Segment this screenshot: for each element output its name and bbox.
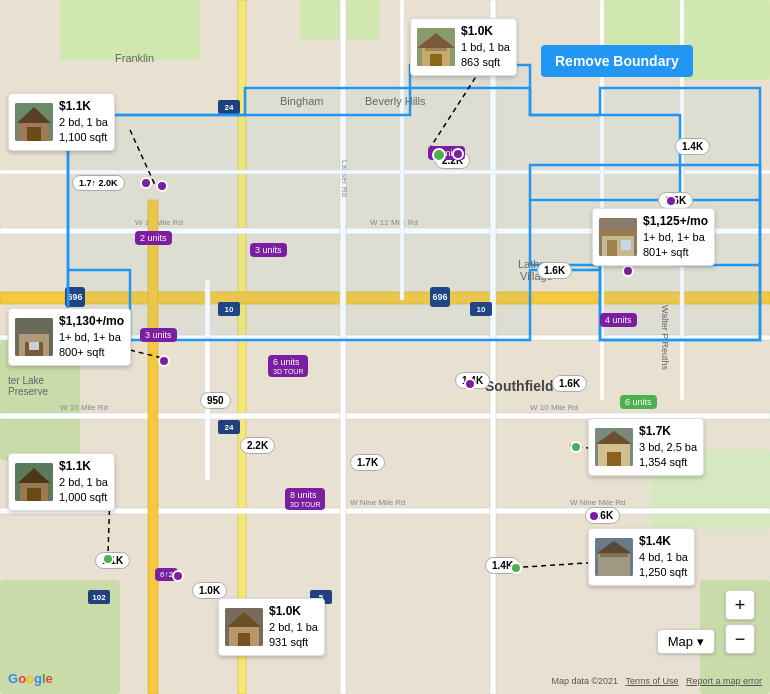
property-info-6: $1.1K 2 bd, 1 ba 1,000 sqft — [59, 458, 108, 506]
area-label-bingham: Bingham — [280, 95, 323, 107]
svg-rect-5 — [600, 0, 680, 50]
svg-rect-66 — [621, 240, 631, 250]
svg-rect-3 — [680, 0, 770, 80]
unit-marker-8units[interactable]: 8 units 3D TOUR — [285, 488, 325, 510]
svg-rect-67 — [599, 230, 637, 236]
svg-text:10: 10 — [225, 305, 234, 314]
property-card-3[interactable]: $1,125+/mo 1+ bd, 1+ ba 801+ sqft — [592, 208, 715, 266]
dot-green-2 — [570, 441, 582, 453]
dot-purple-8 — [588, 510, 600, 522]
svg-rect-78 — [27, 488, 41, 501]
map-attribution: Map data ©2021 Terms of Use Report a map… — [551, 676, 762, 686]
property-image-3 — [599, 218, 637, 256]
svg-rect-75 — [607, 452, 621, 466]
svg-rect-33 — [205, 280, 210, 480]
zoom-out-button[interactable]: − — [725, 624, 755, 654]
svg-text:W 12 Mile Rd: W 12 Mile Rd — [370, 218, 418, 227]
svg-rect-2 — [60, 0, 200, 60]
price-marker-5[interactable]: 1.6K — [537, 262, 572, 279]
property-image-1 — [417, 28, 455, 66]
price-marker-6[interactable]: 950 — [200, 392, 231, 409]
svg-rect-10 — [0, 292, 770, 304]
svg-text:Lahser Rd: Lahser Rd — [340, 160, 349, 197]
dot-green-4 — [510, 562, 522, 574]
report-link[interactable]: Report a map error — [686, 676, 762, 686]
svg-rect-65 — [607, 240, 617, 256]
svg-text:24: 24 — [225, 103, 234, 112]
unit-marker-6units-2[interactable]: 6 units — [620, 395, 657, 409]
property-info-8: $1.0K 2 bd, 1 ba 931 sqft — [269, 603, 318, 651]
chevron-down-icon: ▾ — [697, 634, 704, 649]
area-label-beverly: Beverly Hills — [365, 95, 426, 107]
google-logo: Google — [8, 671, 53, 686]
property-card-4[interactable]: $1,130+/mo 1+ bd, 1+ ba 800+ sqft — [8, 308, 131, 366]
dot-purple-5 — [622, 265, 634, 277]
svg-rect-87 — [238, 633, 250, 646]
svg-text:W Nine Mile Rd: W Nine Mile Rd — [350, 498, 406, 507]
map-label: Map — [668, 634, 693, 649]
svg-text:W 12 Mile Rd: W 12 Mile Rd — [135, 218, 183, 227]
property-card-7[interactable]: $1.4K 4 bd, 1 ba 1,250 sqft — [588, 528, 695, 586]
svg-rect-26 — [340, 0, 346, 694]
unit-marker-3units-1[interactable]: 3 units — [250, 243, 287, 257]
property-card-8[interactable]: $1.0K 2 bd, 1 ba 931 sqft — [218, 598, 325, 656]
svg-text:24: 24 — [225, 423, 234, 432]
price-marker-9[interactable]: 1.6K — [552, 375, 587, 392]
unit-marker-4units[interactable]: 4 units — [600, 313, 637, 327]
svg-rect-71 — [29, 342, 39, 350]
property-image-4 — [15, 318, 53, 356]
price-marker-7[interactable]: 2.2K — [240, 437, 275, 454]
remove-boundary-button[interactable]: Remove Boundary — [541, 45, 693, 77]
property-image-8 — [225, 608, 263, 646]
property-image-6 — [15, 463, 53, 501]
property-image-7 — [595, 538, 633, 576]
svg-text:W 10 Mile Rd: W 10 Mile Rd — [530, 403, 578, 412]
svg-rect-25 — [490, 0, 496, 694]
dot-purple-9 — [172, 570, 184, 582]
area-label-southfield: Southfield — [485, 378, 553, 394]
property-info-7: $1.4K 4 bd, 1 ba 1,250 sqft — [639, 533, 688, 581]
dot-purple-4 — [665, 195, 677, 207]
area-label-franklin: Franklin — [115, 52, 154, 64]
price-marker-1[interactable]: 1.7↑ 2.0K — [72, 175, 125, 191]
area-label-lake: ter LakePreserve — [8, 375, 48, 397]
svg-text:102: 102 — [92, 593, 106, 602]
property-card-1[interactable]: $1.0K 1 bd, 1 ba 863 sqft — [410, 18, 517, 76]
svg-rect-56 — [430, 54, 442, 66]
map-type-button[interactable]: Map ▾ — [657, 629, 715, 654]
terms-link[interactable]: Terms of Use — [625, 676, 678, 686]
price-marker-3[interactable]: 1.4K — [675, 138, 710, 155]
svg-text:W 10 Mile Rd: W 10 Mile Rd — [60, 403, 108, 412]
dot-purple-6 — [158, 355, 170, 367]
property-info-4: $1,130+/mo 1+ bd, 1+ ba 800+ sqft — [59, 313, 124, 361]
svg-rect-28 — [148, 200, 158, 694]
property-card-2[interactable]: $1.1K 2 bd, 1 ba 1,100 sqft — [8, 93, 115, 151]
property-info-1: $1.0K 1 bd, 1 ba 863 sqft — [461, 23, 510, 71]
zoom-in-button[interactable]: + — [725, 590, 755, 620]
area-label-walter: Walter P Reuths — [660, 305, 670, 370]
svg-rect-61 — [27, 127, 41, 141]
svg-text:10: 10 — [477, 305, 486, 314]
svg-text:W Nine Mile Rd: W Nine Mile Rd — [570, 498, 626, 507]
dot-purple-2 — [156, 180, 168, 192]
map-container: 696 696 W 12 Mile Rd W 12 Mile Rd W 10 M… — [0, 0, 770, 694]
property-image-2 — [15, 103, 53, 141]
property-info-2: $1.1K 2 bd, 1 ba 1,100 sqft — [59, 98, 108, 146]
svg-rect-29 — [0, 170, 770, 174]
dot-green-3 — [102, 553, 114, 565]
property-image-5 — [595, 428, 633, 466]
unit-marker-2units-2[interactable]: 2 units — [135, 231, 172, 245]
svg-rect-22 — [0, 508, 770, 514]
property-card-6[interactable]: $1.1K 2 bd, 1 ba 1,000 sqft — [8, 453, 115, 511]
unit-marker-3units-2[interactable]: 3 units — [140, 328, 177, 342]
price-marker-10[interactable]: 1.7K — [350, 454, 385, 471]
property-card-5[interactable]: $1.7K 3 bd, 2.5 ba 1,354 sqft — [588, 418, 704, 476]
property-info-5: $1.7K 3 bd, 2.5 ba 1,354 sqft — [639, 423, 697, 471]
dot-purple-1 — [140, 177, 152, 189]
dot-purple-3 — [452, 148, 464, 160]
price-marker-13[interactable]: 1.0K — [192, 582, 227, 599]
map-zoom-controls: + − — [725, 590, 755, 654]
svg-rect-32 — [400, 0, 404, 300]
unit-marker-6units-1[interactable]: 6 units 3D TOUR — [268, 355, 308, 377]
svg-rect-81 — [598, 554, 630, 576]
